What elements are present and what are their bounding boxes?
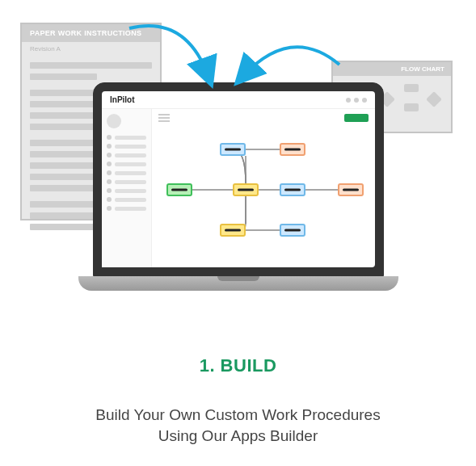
text-section: 1. BUILD Build Your Own Custom Work Proc… bbox=[0, 307, 476, 446]
workflow-node bbox=[220, 143, 246, 156]
laptop-base bbox=[78, 276, 398, 291]
workflow-node bbox=[280, 143, 305, 156]
avatar-icon bbox=[107, 114, 121, 128]
action-button-icon bbox=[344, 114, 369, 122]
illustration-canvas: PAPER WORK INSTRUCTIONS Revision A FLOW … bbox=[0, 0, 476, 307]
workflow-node bbox=[280, 183, 305, 196]
workflow-node bbox=[233, 183, 259, 196]
window-controls-icon bbox=[346, 98, 367, 103]
paper-revision: Revision A bbox=[22, 42, 160, 56]
flowchart-title: FLOW CHART bbox=[333, 62, 451, 76]
workflow-node bbox=[280, 224, 305, 237]
menu-icon bbox=[158, 114, 170, 122]
app-main bbox=[152, 109, 375, 267]
laptop-illustration: InPilot bbox=[93, 82, 384, 291]
section-heading: 1. BUILD bbox=[0, 355, 476, 376]
app-brand: InPilot bbox=[110, 95, 135, 104]
paper-title: PAPER WORK INSTRUCTIONS bbox=[22, 24, 160, 42]
section-subtitle: Build Your Own Custom Work Procedures Us… bbox=[0, 405, 476, 446]
workflow-node bbox=[220, 224, 246, 237]
app-sidebar bbox=[102, 109, 152, 267]
app-screen: InPilot bbox=[102, 91, 375, 267]
workflow-canvas bbox=[158, 125, 369, 262]
workflow-node bbox=[338, 183, 364, 196]
workflow-node bbox=[166, 183, 192, 196]
